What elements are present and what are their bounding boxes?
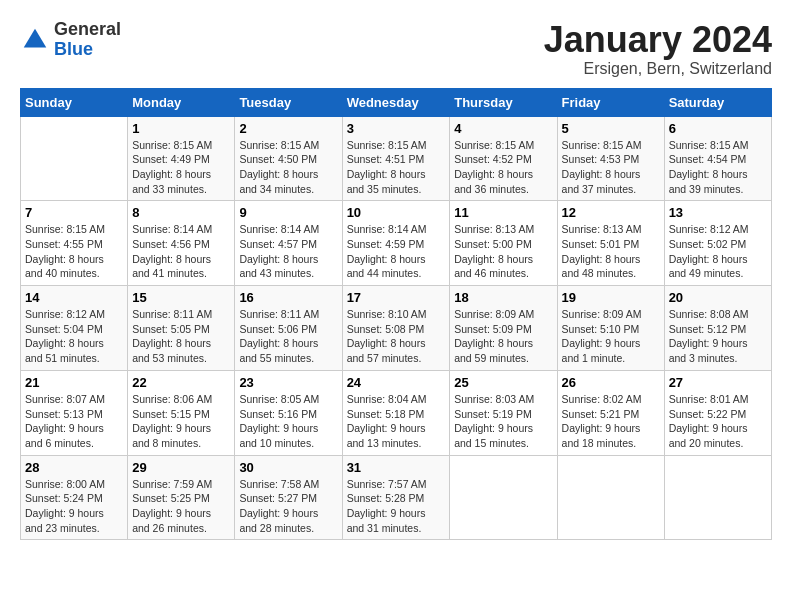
day-info: Sunrise: 8:05 AMSunset: 5:16 PMDaylight:…	[239, 392, 337, 451]
day-cell: 15Sunrise: 8:11 AMSunset: 5:05 PMDayligh…	[128, 286, 235, 371]
svg-marker-0	[24, 29, 47, 48]
day-info: Sunrise: 8:07 AMSunset: 5:13 PMDaylight:…	[25, 392, 123, 451]
day-info: Sunrise: 8:08 AMSunset: 5:12 PMDaylight:…	[669, 307, 767, 366]
day-cell: 11Sunrise: 8:13 AMSunset: 5:00 PMDayligh…	[450, 201, 557, 286]
day-number: 14	[25, 290, 123, 305]
day-number: 4	[454, 121, 552, 136]
day-info: Sunrise: 8:01 AMSunset: 5:22 PMDaylight:…	[669, 392, 767, 451]
day-number: 27	[669, 375, 767, 390]
header-wednesday: Wednesday	[342, 88, 450, 116]
day-cell: 12Sunrise: 8:13 AMSunset: 5:01 PMDayligh…	[557, 201, 664, 286]
day-info: Sunrise: 8:15 AMSunset: 4:54 PMDaylight:…	[669, 138, 767, 197]
day-info: Sunrise: 8:06 AMSunset: 5:15 PMDaylight:…	[132, 392, 230, 451]
day-cell: 10Sunrise: 8:14 AMSunset: 4:59 PMDayligh…	[342, 201, 450, 286]
day-info: Sunrise: 8:15 AMSunset: 4:50 PMDaylight:…	[239, 138, 337, 197]
title-area: January 2024 Ersigen, Bern, Switzerland	[544, 20, 772, 78]
day-number: 8	[132, 205, 230, 220]
day-number: 25	[454, 375, 552, 390]
day-info: Sunrise: 8:04 AMSunset: 5:18 PMDaylight:…	[347, 392, 446, 451]
days-header-row: SundayMondayTuesdayWednesdayThursdayFrid…	[21, 88, 772, 116]
logo-blue: Blue	[54, 39, 93, 59]
day-number: 29	[132, 460, 230, 475]
day-number: 16	[239, 290, 337, 305]
day-info: Sunrise: 8:12 AMSunset: 5:04 PMDaylight:…	[25, 307, 123, 366]
week-row-5: 28Sunrise: 8:00 AMSunset: 5:24 PMDayligh…	[21, 455, 772, 540]
day-number: 1	[132, 121, 230, 136]
day-cell: 21Sunrise: 8:07 AMSunset: 5:13 PMDayligh…	[21, 370, 128, 455]
logo-icon	[20, 25, 50, 55]
day-info: Sunrise: 8:00 AMSunset: 5:24 PMDaylight:…	[25, 477, 123, 536]
header-tuesday: Tuesday	[235, 88, 342, 116]
day-cell: 31Sunrise: 7:57 AMSunset: 5:28 PMDayligh…	[342, 455, 450, 540]
day-info: Sunrise: 8:12 AMSunset: 5:02 PMDaylight:…	[669, 222, 767, 281]
header: General Blue January 2024 Ersigen, Bern,…	[20, 20, 772, 78]
day-number: 6	[669, 121, 767, 136]
day-number: 24	[347, 375, 446, 390]
day-cell	[21, 116, 128, 201]
day-cell: 25Sunrise: 8:03 AMSunset: 5:19 PMDayligh…	[450, 370, 557, 455]
day-info: Sunrise: 8:15 AMSunset: 4:53 PMDaylight:…	[562, 138, 660, 197]
day-number: 31	[347, 460, 446, 475]
day-cell: 18Sunrise: 8:09 AMSunset: 5:09 PMDayligh…	[450, 286, 557, 371]
header-friday: Friday	[557, 88, 664, 116]
day-cell	[450, 455, 557, 540]
day-number: 5	[562, 121, 660, 136]
day-number: 3	[347, 121, 446, 136]
day-cell	[557, 455, 664, 540]
day-cell: 4Sunrise: 8:15 AMSunset: 4:52 PMDaylight…	[450, 116, 557, 201]
day-info: Sunrise: 8:13 AMSunset: 5:01 PMDaylight:…	[562, 222, 660, 281]
day-info: Sunrise: 8:15 AMSunset: 4:51 PMDaylight:…	[347, 138, 446, 197]
day-cell: 20Sunrise: 8:08 AMSunset: 5:12 PMDayligh…	[664, 286, 771, 371]
day-number: 20	[669, 290, 767, 305]
day-number: 26	[562, 375, 660, 390]
day-cell: 17Sunrise: 8:10 AMSunset: 5:08 PMDayligh…	[342, 286, 450, 371]
logo-general: General	[54, 19, 121, 39]
day-cell: 5Sunrise: 8:15 AMSunset: 4:53 PMDaylight…	[557, 116, 664, 201]
day-info: Sunrise: 8:13 AMSunset: 5:00 PMDaylight:…	[454, 222, 552, 281]
day-cell: 1Sunrise: 8:15 AMSunset: 4:49 PMDaylight…	[128, 116, 235, 201]
day-info: Sunrise: 8:14 AMSunset: 4:57 PMDaylight:…	[239, 222, 337, 281]
day-cell: 8Sunrise: 8:14 AMSunset: 4:56 PMDaylight…	[128, 201, 235, 286]
week-row-2: 7Sunrise: 8:15 AMSunset: 4:55 PMDaylight…	[21, 201, 772, 286]
day-info: Sunrise: 8:10 AMSunset: 5:08 PMDaylight:…	[347, 307, 446, 366]
week-row-4: 21Sunrise: 8:07 AMSunset: 5:13 PMDayligh…	[21, 370, 772, 455]
day-number: 7	[25, 205, 123, 220]
day-cell: 29Sunrise: 7:59 AMSunset: 5:25 PMDayligh…	[128, 455, 235, 540]
day-cell: 23Sunrise: 8:05 AMSunset: 5:16 PMDayligh…	[235, 370, 342, 455]
day-info: Sunrise: 8:15 AMSunset: 4:55 PMDaylight:…	[25, 222, 123, 281]
day-number: 30	[239, 460, 337, 475]
header-sunday: Sunday	[21, 88, 128, 116]
day-cell: 9Sunrise: 8:14 AMSunset: 4:57 PMDaylight…	[235, 201, 342, 286]
day-number: 12	[562, 205, 660, 220]
day-number: 28	[25, 460, 123, 475]
day-number: 18	[454, 290, 552, 305]
day-number: 9	[239, 205, 337, 220]
day-cell: 7Sunrise: 8:15 AMSunset: 4:55 PMDaylight…	[21, 201, 128, 286]
day-cell: 16Sunrise: 8:11 AMSunset: 5:06 PMDayligh…	[235, 286, 342, 371]
header-saturday: Saturday	[664, 88, 771, 116]
day-cell: 13Sunrise: 8:12 AMSunset: 5:02 PMDayligh…	[664, 201, 771, 286]
week-row-3: 14Sunrise: 8:12 AMSunset: 5:04 PMDayligh…	[21, 286, 772, 371]
day-number: 15	[132, 290, 230, 305]
logo-text: General Blue	[54, 20, 121, 60]
day-info: Sunrise: 7:57 AMSunset: 5:28 PMDaylight:…	[347, 477, 446, 536]
calendar-table: SundayMondayTuesdayWednesdayThursdayFrid…	[20, 88, 772, 541]
logo: General Blue	[20, 20, 121, 60]
day-info: Sunrise: 8:02 AMSunset: 5:21 PMDaylight:…	[562, 392, 660, 451]
day-number: 10	[347, 205, 446, 220]
day-cell: 2Sunrise: 8:15 AMSunset: 4:50 PMDaylight…	[235, 116, 342, 201]
day-cell: 26Sunrise: 8:02 AMSunset: 5:21 PMDayligh…	[557, 370, 664, 455]
day-info: Sunrise: 8:11 AMSunset: 5:06 PMDaylight:…	[239, 307, 337, 366]
day-cell	[664, 455, 771, 540]
day-number: 17	[347, 290, 446, 305]
header-monday: Monday	[128, 88, 235, 116]
day-number: 11	[454, 205, 552, 220]
day-info: Sunrise: 7:59 AMSunset: 5:25 PMDaylight:…	[132, 477, 230, 536]
day-cell: 30Sunrise: 7:58 AMSunset: 5:27 PMDayligh…	[235, 455, 342, 540]
day-cell: 19Sunrise: 8:09 AMSunset: 5:10 PMDayligh…	[557, 286, 664, 371]
day-info: Sunrise: 8:09 AMSunset: 5:10 PMDaylight:…	[562, 307, 660, 366]
day-cell: 24Sunrise: 8:04 AMSunset: 5:18 PMDayligh…	[342, 370, 450, 455]
header-thursday: Thursday	[450, 88, 557, 116]
day-number: 19	[562, 290, 660, 305]
month-title: January 2024	[544, 20, 772, 60]
